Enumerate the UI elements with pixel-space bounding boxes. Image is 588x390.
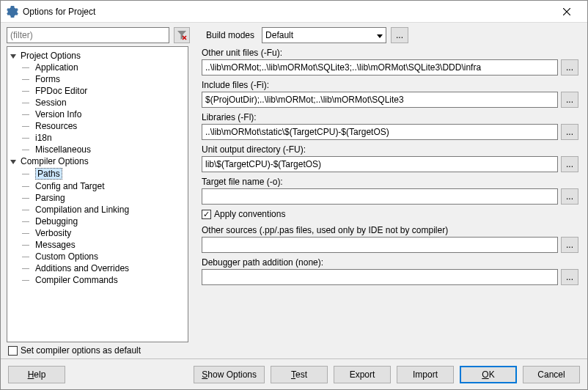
tree-item[interactable]: Resources — [7, 120, 188, 132]
options-tree[interactable]: Project Options ApplicationFormsFPDoc Ed… — [7, 46, 188, 342]
paths-form: Other unit files (-Fu): ... Include file… — [194, 46, 581, 342]
apply-conventions-checkbox[interactable] — [202, 210, 211, 219]
tree-header-compiler-options[interactable]: Compiler Options — [7, 155, 188, 167]
other-unit-files-browse-button[interactable]: ... — [561, 59, 578, 76]
export-button[interactable]: Export — [334, 366, 391, 383]
close-icon — [563, 8, 570, 15]
other-sources-browse-button[interactable]: ... — [561, 237, 578, 253]
funnel-clear-icon — [177, 30, 187, 40]
other-unit-files-input[interactable] — [202, 59, 558, 76]
tree-item[interactable]: Debugging — [7, 216, 188, 227]
tree-item[interactable]: Custom Options — [7, 251, 188, 262]
tree-item[interactable]: FPDoc Editor — [7, 85, 188, 97]
footer: Help Show Options Test Export Import OK … — [1, 358, 587, 389]
tree-item-label: Application — [35, 62, 78, 73]
options-dialog: Options for Project Build modes Default … — [0, 0, 588, 390]
tree-item-label: Version Info — [35, 109, 81, 119]
gear-icon — [7, 6, 18, 18]
tree-item[interactable]: i18n — [7, 132, 188, 144]
content-area: Build modes Default ... Project Options … — [1, 23, 587, 358]
unit-output-dir-input[interactable] — [202, 156, 558, 172]
tree-item[interactable]: Application — [7, 62, 188, 73]
libraries-label: Libraries (-Fl): — [202, 112, 578, 122]
cancel-button[interactable]: Cancel — [523, 366, 580, 383]
tree-item[interactable]: Messages — [7, 239, 188, 251]
debugger-path-browse-button[interactable]: ... — [561, 269, 578, 285]
include-files-browse-button[interactable]: ... — [561, 92, 578, 108]
tree-item-label: Messages — [35, 240, 76, 250]
other-sources-input[interactable] — [202, 237, 558, 253]
tree-item[interactable]: Paths — [7, 167, 188, 180]
tree-item-label: Verbosity — [35, 228, 71, 238]
tree-item[interactable]: Additions and Overrides — [7, 262, 188, 274]
tree-item-label: Session — [35, 98, 67, 108]
include-files-label: Include files (-Fi): — [202, 80, 578, 90]
tree-item-label: Additions and Overrides — [35, 263, 129, 273]
mid-row: Project Options ApplicationFormsFPDoc Ed… — [7, 46, 581, 342]
libraries-browse-button[interactable]: ... — [561, 124, 578, 140]
chevron-down-icon — [10, 156, 19, 166]
build-modes-combo[interactable]: Default — [262, 27, 386, 43]
set-default-row: Set compiler options as default — [7, 342, 581, 358]
unit-output-dir-browse-button[interactable]: ... — [561, 156, 578, 172]
test-button[interactable]: Test — [271, 366, 328, 383]
tree-item-label: FPDoc Editor — [35, 86, 87, 96]
debugger-path-label: Debugger path addition (none): — [202, 257, 578, 268]
apply-conventions-label: Apply conventions — [214, 209, 285, 219]
tree-item-label: Compiler Commands — [35, 275, 118, 285]
tree-item-label: Config and Target — [35, 181, 105, 191]
import-button[interactable]: Import — [397, 366, 454, 383]
titlebar: Options for Project — [1, 1, 587, 23]
build-modes-value: Default — [265, 30, 293, 40]
show-options-button[interactable]: Show Options — [194, 366, 265, 383]
tree-group-compiler-options: Compiler Options PathsConfig and TargetP… — [7, 155, 188, 286]
tree-item[interactable]: Forms — [7, 73, 188, 85]
tree-item-label: Resources — [35, 121, 77, 131]
tree-item[interactable]: Compilation and Linking — [7, 204, 188, 216]
include-files-input[interactable] — [202, 92, 558, 108]
ok-button[interactable]: OK — [460, 366, 517, 383]
tree-item[interactable]: Miscellaneous — [7, 144, 188, 155]
set-default-label: Set compiler options as default — [21, 345, 141, 356]
tree-item[interactable]: Verbosity — [7, 227, 188, 239]
set-default-checkbox[interactable] — [8, 346, 18, 356]
top-row: Build modes Default ... — [7, 27, 581, 43]
tree-group-project-options: Project Options ApplicationFormsFPDoc Ed… — [7, 50, 188, 155]
libraries-input[interactable] — [202, 124, 558, 140]
clear-filter-button[interactable] — [174, 27, 190, 43]
tree-item-label: Forms — [35, 74, 60, 84]
target-filename-browse-button[interactable]: ... — [561, 188, 578, 205]
target-filename-input[interactable] — [202, 188, 558, 205]
tree-item[interactable]: Session — [7, 97, 188, 108]
close-button[interactable] — [552, 1, 581, 22]
window-title: Options for Project — [23, 7, 552, 17]
unit-output-dir-label: Unit output directory (-FU): — [202, 144, 578, 155]
help-rest: elp — [34, 369, 45, 380]
tree-item[interactable]: Config and Target — [7, 180, 188, 192]
filter-input[interactable] — [7, 27, 169, 43]
other-sources-label: Other sources (.pp/.pas files, used only… — [202, 225, 578, 235]
target-filename-label: Target file name (-o): — [202, 177, 578, 187]
tree-item-label: Custom Options — [35, 251, 98, 262]
tree-item[interactable]: Compiler Commands — [7, 274, 188, 286]
chevron-down-icon — [377, 30, 383, 40]
chevron-down-icon — [10, 51, 19, 61]
help-button[interactable]: Help — [8, 366, 65, 383]
tree-header-project-options[interactable]: Project Options — [7, 50, 188, 62]
other-unit-files-label: Other unit files (-Fu): — [202, 48, 578, 58]
debugger-path-input[interactable] — [202, 269, 558, 285]
tree-item-label: Debugging — [35, 216, 78, 227]
tree-item-label: Parsing — [35, 193, 65, 203]
tree-item[interactable]: Parsing — [7, 192, 188, 204]
tree-item[interactable]: Version Info — [7, 108, 188, 120]
tree-item-label: Paths — [35, 168, 62, 180]
tree-item-label: Miscellaneous — [35, 144, 91, 155]
tree-item-label: i18n — [35, 133, 52, 143]
tree-item-label: Compilation and Linking — [35, 205, 129, 215]
build-modes-more-button[interactable]: ... — [391, 27, 408, 43]
build-modes-label: Build modes — [206, 30, 254, 40]
